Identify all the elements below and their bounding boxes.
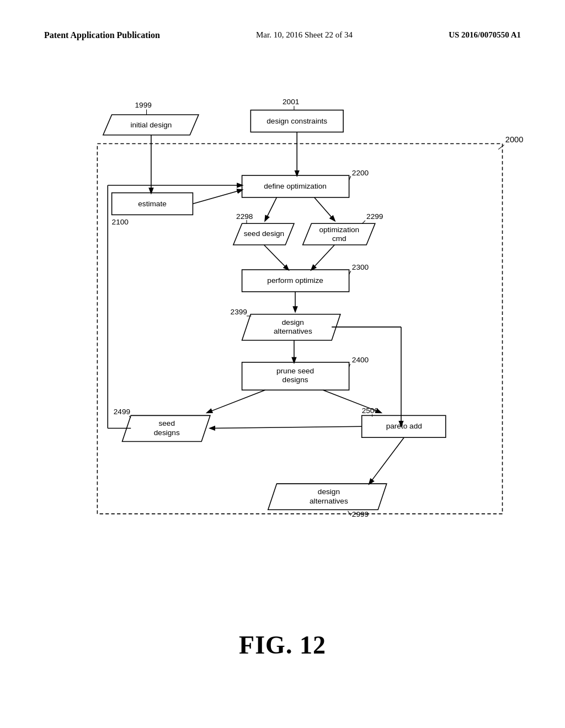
id-2999: 2999 <box>352 510 369 518</box>
label-estimate: estimate <box>138 200 167 208</box>
label-design-alternatives-out2: alternatives <box>310 497 348 505</box>
label-prune-seed-designs2: designs <box>282 376 308 384</box>
diagram-svg: 2000 initial design 1999 design constrai… <box>45 62 520 641</box>
svg-line-19 <box>207 390 265 413</box>
label-design-alternatives-mid: design <box>282 318 304 326</box>
id-2500: 2500 <box>362 406 379 415</box>
label-design-alternatives-out: design <box>318 488 340 496</box>
svg-line-30 <box>348 511 351 515</box>
id-1999: 1999 <box>135 101 152 109</box>
label-2000: 2000 <box>505 135 524 144</box>
label-design-alternatives-mid2: alternatives <box>274 327 312 335</box>
label-optimization-cmd2: cmd <box>332 234 347 243</box>
svg-line-8 <box>265 197 277 221</box>
label-optimization-cmd: optimization <box>319 226 359 234</box>
id-2200: 2200 <box>352 169 369 177</box>
id-2499: 2499 <box>114 408 130 416</box>
header-left-text: Patent Application Publication <box>44 30 160 40</box>
label-perform-optimize: perform optimize <box>267 276 323 285</box>
svg-line-25 <box>210 426 362 428</box>
id-2001: 2001 <box>282 98 299 106</box>
svg-line-12 <box>264 245 288 270</box>
id-2298: 2298 <box>236 212 253 221</box>
svg-line-29 <box>369 437 404 484</box>
label-seed-design: seed design <box>244 229 284 238</box>
diagram-area: 2000 initial design 1999 design constrai… <box>45 62 520 641</box>
label-seed-designs-bottom2: designs <box>154 429 180 437</box>
label-design-constraints: design constraints <box>266 117 327 125</box>
header-right-text: US 2016/0070550 A1 <box>449 30 521 40</box>
id-2100: 2100 <box>112 218 129 226</box>
header: Patent Application Publication Mar. 10, … <box>0 0 565 51</box>
header-center-text: Mar. 10, 2016 Sheet 22 of 34 <box>256 30 353 40</box>
id-2300: 2300 <box>352 263 369 271</box>
label-prune-seed-designs: prune seed <box>276 367 314 375</box>
page: Patent Application Publication Mar. 10, … <box>0 0 565 728</box>
label-seed-designs-bottom: seed <box>158 419 175 427</box>
svg-line-9 <box>315 197 335 221</box>
label-pareto-add: pareto add <box>386 422 422 430</box>
svg-line-13 <box>311 245 334 270</box>
id-2399: 2399 <box>231 308 247 316</box>
id-2400: 2400 <box>352 356 369 364</box>
label-initial-design: initial design <box>130 121 172 129</box>
svg-line-7 <box>193 190 242 204</box>
id-2299: 2299 <box>366 212 383 221</box>
svg-line-1 <box>498 145 504 149</box>
label-define-optimization: define optimization <box>264 182 327 190</box>
